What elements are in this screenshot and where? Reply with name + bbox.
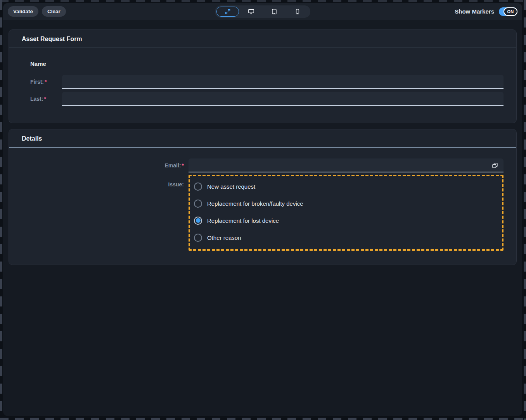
- radio-option-other-reason[interactable]: Other reason: [190, 229, 502, 246]
- asset-panel-body: Name First:* Last:*: [9, 48, 516, 123]
- radio-selected-icon: [194, 217, 202, 225]
- last-name-row: Last:*: [22, 92, 504, 106]
- device-preview-group: [215, 5, 310, 18]
- copy-icon[interactable]: [490, 160, 500, 171]
- asset-panel-title: Asset Request Form: [22, 36, 504, 43]
- last-name-label: Last:*: [22, 96, 62, 102]
- device-phone-button[interactable]: [286, 7, 309, 17]
- details-panel-body: Email:* Issue:: [9, 148, 516, 265]
- required-asterisk: *: [45, 79, 47, 85]
- preview-surface: Validate Clear: [3, 3, 522, 416]
- radio-option-label: New asset request: [207, 183, 255, 190]
- email-row: Email:*: [22, 158, 504, 172]
- details-panel: Details Email:*: [9, 129, 517, 265]
- first-name-row: First:*: [22, 75, 504, 89]
- form-preview-area: Asset Request Form Name First:* Last:*: [3, 20, 522, 265]
- radio-icon: [194, 182, 202, 191]
- device-fit-button[interactable]: [216, 7, 239, 17]
- radio-option-replacement-lost[interactable]: Replacement for lost device: [190, 212, 502, 229]
- tablet-icon: [271, 9, 277, 15]
- page-edge-dashes-left: [0, 0, 2, 420]
- radio-option-label: Replacement for lost device: [207, 217, 279, 224]
- email-label: Email:*: [22, 162, 189, 169]
- asset-request-form-panel: Asset Request Form Name First:* Last:*: [9, 29, 517, 123]
- issue-marker-box: New asset request Replacement for broken…: [189, 175, 504, 251]
- issue-row: Issue: New asset request Replacement for…: [22, 175, 504, 251]
- email-input-wrap: [189, 158, 504, 172]
- radio-option-label: Other reason: [207, 234, 241, 241]
- device-tablet-button[interactable]: [263, 7, 285, 17]
- desktop-icon: [248, 9, 254, 15]
- radio-option-replacement-broken[interactable]: Replacement for broken/faulty device: [190, 195, 502, 212]
- device-desktop-button[interactable]: [240, 7, 262, 17]
- toggle-on-knob: ON: [504, 7, 517, 16]
- radio-option-new-asset-request[interactable]: New asset request: [190, 178, 502, 195]
- details-panel-header: Details: [9, 129, 516, 148]
- issue-label: Issue:: [22, 175, 189, 188]
- phone-icon: [294, 9, 301, 15]
- required-asterisk: *: [44, 96, 46, 102]
- preview-toolbar: Validate Clear: [3, 3, 522, 20]
- required-asterisk: *: [182, 162, 184, 169]
- page-edge-dashes-bottom: [0, 418, 526, 420]
- clear-button[interactable]: Clear: [42, 6, 66, 17]
- show-markers-label: Show Markers: [455, 8, 494, 15]
- radio-option-label: Replacement for broken/faulty device: [207, 200, 303, 207]
- show-markers-toggle[interactable]: ON: [499, 7, 517, 16]
- email-input[interactable]: [189, 158, 504, 172]
- validate-button[interactable]: Validate: [8, 6, 38, 17]
- first-name-input[interactable]: [62, 75, 504, 89]
- radio-icon: [194, 234, 202, 242]
- details-panel-title: Details: [22, 135, 504, 142]
- last-name-input[interactable]: [62, 92, 504, 106]
- first-name-label: First:*: [22, 79, 62, 85]
- radio-icon: [194, 200, 202, 208]
- page-edge-dashes-top: [0, 0, 526, 2]
- page-edge-dashes-right: [524, 0, 526, 420]
- asset-panel-header: Asset Request Form: [9, 30, 516, 48]
- expand-icon: [225, 9, 231, 15]
- name-section-title: Name: [30, 60, 503, 67]
